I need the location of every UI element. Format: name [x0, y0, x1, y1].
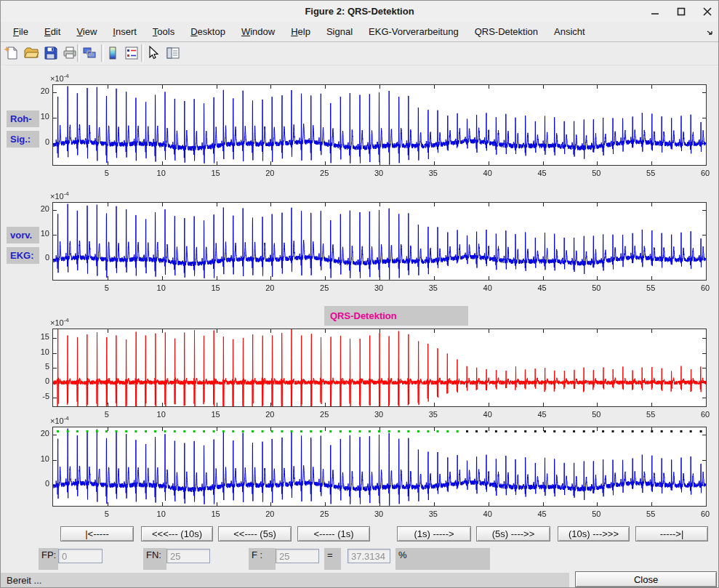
f-label: F : [249, 548, 276, 570]
axis-tick-label: 25 [315, 510, 334, 518]
axis-tick-label: 5 [97, 410, 116, 419]
insert-legend-icon[interactable] [124, 45, 140, 61]
axis-tick-label: 20 [260, 510, 279, 518]
axis-tick-label: 55 [641, 283, 660, 292]
menu-item-ansicht[interactable]: Ansicht [546, 23, 593, 40]
axis-tick-label: -5 [28, 392, 49, 400]
menu-item-insert[interactable]: Insert [105, 23, 145, 40]
axis-tick-label: 40 [478, 510, 497, 518]
menu-item-ekg-vorverarbeitung[interactable]: EKG-Vorverarbeitung [361, 23, 467, 40]
label-ekg: EKG: [7, 247, 39, 264]
fn-input[interactable] [166, 549, 210, 563]
axis-tick-label: 15 [206, 510, 225, 518]
qrs-detektion-title-box: QRS-Detektion [324, 306, 468, 326]
nav-fwd-1s-button[interactable]: (1s) -----> [397, 526, 471, 541]
axis-tick-label: 45 [533, 283, 552, 292]
equals-label: = [324, 548, 341, 570]
fn-label: FN: [143, 548, 166, 570]
open-folder-icon[interactable] [23, 45, 39, 61]
plot-qrs-detection [52, 427, 707, 507]
vorv-canvas [53, 203, 706, 280]
axis-tick-label: 5 [28, 362, 49, 371]
axis-tick-label: 45 [533, 410, 552, 419]
fp-label: FP: [39, 548, 58, 570]
axis-tick-label: 10 [28, 454, 49, 463]
menu-item-help[interactable]: Help [283, 23, 318, 40]
close-icon [703, 7, 712, 16]
close-window-button[interactable] [702, 7, 712, 17]
minimize-icon [651, 7, 659, 16]
axis-tick-label: 15 [28, 332, 49, 341]
maximize-icon [677, 7, 686, 16]
axis-tick-label: 25 [315, 283, 334, 292]
close-button[interactable]: Close [575, 571, 717, 587]
nav-end-button[interactable]: ----->| [635, 526, 708, 541]
link-plot-icon[interactable] [81, 45, 97, 61]
axis-tick-label: 45 [533, 169, 552, 177]
axis-tick-label: 25 [315, 169, 334, 177]
plot-roh-signal [52, 84, 707, 166]
menu-item-tools[interactable]: Tools [145, 23, 182, 40]
axis-tick-label: 50 [587, 169, 606, 177]
axis-tick-label: 35 [424, 169, 443, 177]
status-bar: Bereit ... [1, 573, 569, 588]
axis-tick-label: 0 [28, 376, 49, 385]
nav-fwd-10s-button[interactable]: (10s) --->>> [558, 526, 630, 541]
axis-tick-label: 35 [424, 283, 443, 292]
detect-canvas [53, 427, 706, 506]
axis-tick-label: 0 [28, 479, 49, 488]
y-axis-exponent-label: ×10-4 [50, 190, 69, 201]
y-axis-exponent-label: ×10-4 [50, 73, 69, 83]
menu-item-desktop[interactable]: Desktop [182, 23, 233, 40]
nav-fwd-5s-button[interactable]: (5s) ---->> [476, 526, 550, 541]
axis-tick-label: 50 [587, 410, 606, 419]
axis-tick-label: 20 [28, 204, 49, 213]
save-icon[interactable] [43, 45, 59, 61]
axis-tick-label: 10 [152, 283, 171, 292]
toolbar [1, 42, 718, 65]
roh-canvas [53, 85, 706, 165]
title-bar[interactable]: Figure 2: QRS-Detektion [1, 1, 718, 23]
menu-item-window[interactable]: Window [233, 23, 283, 40]
axis-tick-label: 30 [369, 169, 388, 177]
f-input[interactable] [276, 549, 319, 563]
menu-item-view[interactable]: View [68, 23, 105, 40]
menu-item-signal[interactable]: Signal [318, 23, 361, 40]
new-document-icon[interactable] [4, 45, 20, 61]
menu-item-qrs-detektion[interactable]: QRS-Detektion [467, 23, 546, 40]
axis-tick-label: 5 [97, 283, 116, 292]
fp-input[interactable] [58, 549, 103, 563]
axis-tick-label: 50 [587, 283, 606, 292]
maximize-button[interactable] [676, 7, 686, 17]
ratio-input[interactable] [348, 549, 390, 563]
axis-tick-label: 60 [696, 283, 715, 292]
edit-plot-cursor-icon[interactable] [145, 45, 161, 61]
axis-tick-label: 40 [478, 169, 497, 177]
menu-item-file[interactable]: File [5, 23, 36, 40]
axis-tick-label: 30 [369, 510, 388, 518]
axis-tick-label: 30 [369, 410, 388, 419]
menu-overflow-icon [707, 30, 714, 37]
axis-tick-label: 30 [369, 283, 388, 292]
axis-tick-label: 20 [260, 283, 279, 292]
toolbar-separator [77, 44, 80, 62]
axis-tick-label: 55 [641, 410, 660, 419]
nav-back-5s-button[interactable]: <<---- (5s) [218, 526, 292, 541]
nav-back-1s-button[interactable]: <----- (1s) [297, 526, 370, 541]
minimize-button[interactable] [650, 7, 660, 17]
axis-tick-label: 15 [206, 410, 225, 419]
label-sig: Sig.: [7, 131, 39, 148]
plot-browser-icon[interactable] [165, 45, 181, 61]
nav-start-button[interactable]: |<----- [60, 526, 134, 541]
axis-tick-label: 35 [424, 410, 443, 419]
menu-overflow-button[interactable] [707, 27, 714, 40]
nav-back-10s-button[interactable]: <<<--- (10s) [141, 526, 213, 541]
insert-colorbar-icon[interactable] [105, 45, 121, 61]
axis-tick-label: 40 [478, 410, 497, 419]
menu-item-edit[interactable]: Edit [36, 23, 68, 40]
label-vorv: vorv. [7, 227, 39, 243]
axis-tick-label: 10 [152, 169, 171, 177]
axis-tick-label: 25 [315, 410, 334, 419]
toolbar-separator [101, 44, 104, 62]
print-icon[interactable] [62, 45, 78, 61]
